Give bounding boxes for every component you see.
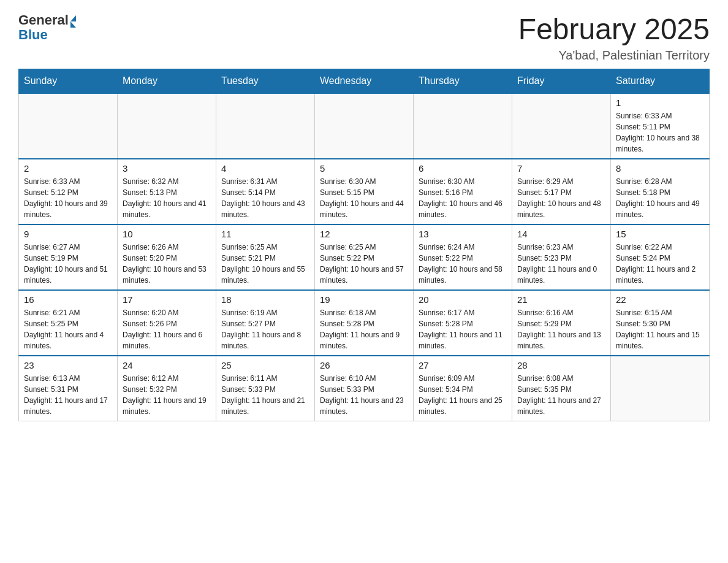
day-number: 28 [517, 360, 605, 370]
calendar-cell: 4Sunrise: 6:31 AMSunset: 5:14 PMDaylight… [216, 159, 315, 224]
calendar-cell: 15Sunrise: 6:22 AMSunset: 5:24 PMDayligh… [611, 224, 710, 290]
weekday-header-sunday: Sunday [19, 69, 118, 94]
location-subtitle: Ya'bad, Palestinian Territory [518, 48, 710, 63]
weekday-header-tuesday: Tuesday [216, 69, 315, 94]
calendar-cell: 16Sunrise: 6:21 AMSunset: 5:25 PMDayligh… [19, 290, 118, 356]
day-number: 2 [24, 163, 112, 174]
day-info: Sunrise: 6:17 AMSunset: 5:28 PMDaylight:… [419, 307, 507, 351]
day-info: Sunrise: 6:24 AMSunset: 5:22 PMDaylight:… [419, 242, 507, 286]
calendar-cell: 1Sunrise: 6:33 AMSunset: 5:11 PMDaylight… [611, 93, 710, 159]
calendar-cell: 5Sunrise: 6:30 AMSunset: 5:15 PMDaylight… [315, 159, 414, 224]
day-info: Sunrise: 6:28 AMSunset: 5:18 PMDaylight:… [616, 176, 704, 220]
day-number: 3 [123, 163, 211, 174]
day-info: Sunrise: 6:18 AMSunset: 5:28 PMDaylight:… [320, 307, 408, 351]
calendar-cell: 25Sunrise: 6:11 AMSunset: 5:33 PMDayligh… [216, 356, 315, 421]
day-info: Sunrise: 6:09 AMSunset: 5:34 PMDaylight:… [419, 373, 507, 417]
calendar-cell: 10Sunrise: 6:26 AMSunset: 5:20 PMDayligh… [118, 224, 216, 290]
calendar-cell: 8Sunrise: 6:28 AMSunset: 5:18 PMDaylight… [611, 159, 710, 224]
day-info: Sunrise: 6:08 AMSunset: 5:35 PMDaylight:… [517, 373, 605, 417]
calendar-cell: 24Sunrise: 6:12 AMSunset: 5:32 PMDayligh… [118, 356, 216, 421]
day-number: 23 [24, 360, 112, 370]
day-number: 18 [221, 294, 309, 305]
calendar-cell: 18Sunrise: 6:19 AMSunset: 5:27 PMDayligh… [216, 290, 315, 356]
calendar-cell: 9Sunrise: 6:27 AMSunset: 5:19 PMDaylight… [19, 224, 118, 290]
day-info: Sunrise: 6:11 AMSunset: 5:33 PMDaylight:… [221, 373, 309, 417]
calendar-cell: 22Sunrise: 6:15 AMSunset: 5:30 PMDayligh… [611, 290, 710, 356]
calendar-cell: 27Sunrise: 6:09 AMSunset: 5:34 PMDayligh… [414, 356, 512, 421]
day-number: 1 [616, 98, 704, 108]
day-number: 20 [419, 294, 507, 305]
week-row-5: 23Sunrise: 6:13 AMSunset: 5:31 PMDayligh… [19, 356, 710, 421]
logo: General Blue [18, 12, 76, 43]
title-block: February 2025 Ya'bad, Palestinian Territ… [518, 12, 710, 63]
weekday-header-saturday: Saturday [611, 69, 710, 94]
calendar-cell [414, 93, 512, 159]
day-info: Sunrise: 6:21 AMSunset: 5:25 PMDaylight:… [24, 307, 112, 351]
calendar-cell: 6Sunrise: 6:30 AMSunset: 5:16 PMDaylight… [414, 159, 512, 224]
day-info: Sunrise: 6:25 AMSunset: 5:21 PMDaylight:… [221, 242, 309, 286]
day-number: 8 [616, 163, 704, 174]
day-info: Sunrise: 6:19 AMSunset: 5:27 PMDaylight:… [221, 307, 309, 351]
calendar-cell: 21Sunrise: 6:16 AMSunset: 5:29 PMDayligh… [512, 290, 611, 356]
day-info: Sunrise: 6:10 AMSunset: 5:33 PMDaylight:… [320, 373, 408, 417]
logo-arrow-icon [70, 15, 76, 28]
day-info: Sunrise: 6:25 AMSunset: 5:22 PMDaylight:… [320, 242, 408, 286]
calendar-cell: 17Sunrise: 6:20 AMSunset: 5:26 PMDayligh… [118, 290, 216, 356]
day-number: 9 [24, 229, 112, 239]
calendar-cell: 3Sunrise: 6:32 AMSunset: 5:13 PMDaylight… [118, 159, 216, 224]
calendar-cell [512, 93, 611, 159]
weekday-header-wednesday: Wednesday [315, 69, 414, 94]
day-number: 22 [616, 294, 704, 305]
calendar-cell [118, 93, 216, 159]
week-row-1: 1Sunrise: 6:33 AMSunset: 5:11 PMDaylight… [19, 93, 710, 159]
day-number: 15 [616, 229, 704, 239]
day-info: Sunrise: 6:16 AMSunset: 5:29 PMDaylight:… [517, 307, 605, 351]
day-info: Sunrise: 6:15 AMSunset: 5:30 PMDaylight:… [616, 307, 704, 351]
week-row-3: 9Sunrise: 6:27 AMSunset: 5:19 PMDaylight… [19, 224, 710, 290]
calendar-cell: 11Sunrise: 6:25 AMSunset: 5:21 PMDayligh… [216, 224, 315, 290]
month-title: February 2025 [518, 12, 710, 46]
day-info: Sunrise: 6:32 AMSunset: 5:13 PMDaylight:… [123, 176, 211, 220]
day-info: Sunrise: 6:30 AMSunset: 5:15 PMDaylight:… [320, 176, 408, 220]
logo-general-text: General [18, 12, 76, 28]
day-number: 12 [320, 229, 408, 239]
day-info: Sunrise: 6:33 AMSunset: 5:11 PMDaylight:… [616, 110, 704, 155]
day-number: 27 [419, 360, 507, 370]
day-number: 13 [419, 229, 507, 239]
day-info: Sunrise: 6:33 AMSunset: 5:12 PMDaylight:… [24, 176, 112, 220]
day-number: 26 [320, 360, 408, 370]
calendar-cell: 2Sunrise: 6:33 AMSunset: 5:12 PMDaylight… [19, 159, 118, 224]
day-info: Sunrise: 6:12 AMSunset: 5:32 PMDaylight:… [123, 373, 211, 417]
calendar-cell: 23Sunrise: 6:13 AMSunset: 5:31 PMDayligh… [19, 356, 118, 421]
day-number: 4 [221, 163, 309, 174]
day-info: Sunrise: 6:23 AMSunset: 5:23 PMDaylight:… [517, 242, 605, 286]
day-info: Sunrise: 6:30 AMSunset: 5:16 PMDaylight:… [419, 176, 507, 220]
logo-blue-text: Blue [18, 27, 48, 43]
weekday-header-thursday: Thursday [414, 69, 512, 94]
calendar-cell: 14Sunrise: 6:23 AMSunset: 5:23 PMDayligh… [512, 224, 611, 290]
calendar-cell: 26Sunrise: 6:10 AMSunset: 5:33 PMDayligh… [315, 356, 414, 421]
day-info: Sunrise: 6:31 AMSunset: 5:14 PMDaylight:… [221, 176, 309, 220]
calendar-cell: 19Sunrise: 6:18 AMSunset: 5:28 PMDayligh… [315, 290, 414, 356]
day-number: 24 [123, 360, 211, 370]
day-info: Sunrise: 6:13 AMSunset: 5:31 PMDaylight:… [24, 373, 112, 417]
calendar-cell: 12Sunrise: 6:25 AMSunset: 5:22 PMDayligh… [315, 224, 414, 290]
day-number: 21 [517, 294, 605, 305]
day-info: Sunrise: 6:22 AMSunset: 5:24 PMDaylight:… [616, 242, 704, 286]
calendar-cell: 7Sunrise: 6:29 AMSunset: 5:17 PMDaylight… [512, 159, 611, 224]
day-number: 7 [517, 163, 605, 174]
page-header: General Blue February 2025 Ya'bad, Pales… [18, 12, 710, 63]
day-number: 25 [221, 360, 309, 370]
weekday-header-monday: Monday [118, 69, 216, 94]
calendar-cell [19, 93, 118, 159]
calendar-cell [216, 93, 315, 159]
day-info: Sunrise: 6:29 AMSunset: 5:17 PMDaylight:… [517, 176, 605, 220]
day-number: 14 [517, 229, 605, 239]
calendar-cell [315, 93, 414, 159]
day-number: 5 [320, 163, 408, 174]
day-info: Sunrise: 6:27 AMSunset: 5:19 PMDaylight:… [24, 242, 112, 286]
calendar-cell: 20Sunrise: 6:17 AMSunset: 5:28 PMDayligh… [414, 290, 512, 356]
week-row-4: 16Sunrise: 6:21 AMSunset: 5:25 PMDayligh… [19, 290, 710, 356]
weekday-header-friday: Friday [512, 69, 611, 94]
day-info: Sunrise: 6:20 AMSunset: 5:26 PMDaylight:… [123, 307, 211, 351]
